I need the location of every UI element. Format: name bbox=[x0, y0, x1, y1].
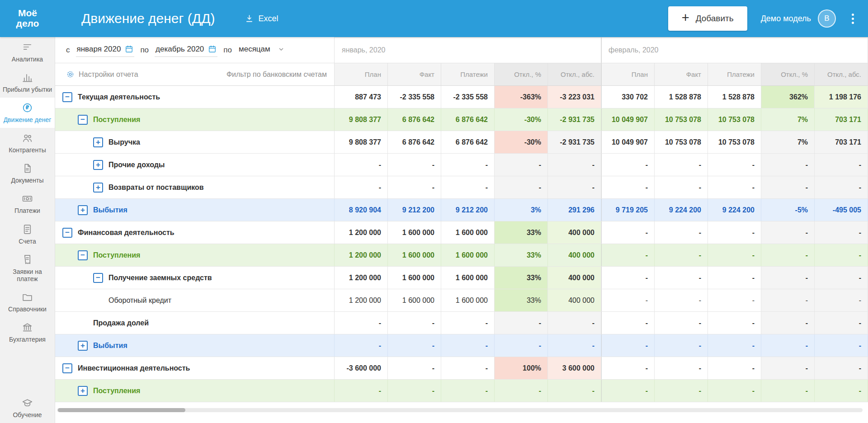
value-cell: 9 808 377 bbox=[335, 108, 388, 131]
value-cell: - bbox=[548, 176, 601, 198]
invoices-icon bbox=[22, 224, 33, 235]
group-label: по bbox=[223, 46, 232, 55]
value-cell: 400 000 bbox=[548, 267, 601, 289]
row-label: Получение заемных средств bbox=[108, 274, 212, 282]
value-cell: 1 198 176 bbox=[815, 86, 868, 108]
row-label-cell: Продажа долей bbox=[55, 312, 335, 334]
value-cell: - bbox=[655, 267, 708, 289]
date-to-input[interactable]: декабрь 2020 bbox=[155, 43, 217, 57]
sidebar-item-accounting[interactable]: Бухгалтерия bbox=[0, 317, 55, 348]
add-button[interactable]: + Добавить bbox=[668, 6, 747, 31]
row-label-cell: +Выбытия bbox=[55, 199, 335, 221]
collapse-icon[interactable]: − bbox=[62, 228, 72, 238]
row-label-cell: −Поступления bbox=[55, 108, 335, 131]
period-select[interactable]: месяцам bbox=[238, 43, 286, 56]
expand-icon[interactable]: + bbox=[93, 183, 103, 193]
expand-icon[interactable]: + bbox=[93, 160, 103, 170]
sidebar-item-invoices[interactable]: Счета bbox=[0, 219, 55, 249]
sidebar-item-directories[interactable]: Справочники bbox=[0, 287, 55, 317]
value-cell: 33% bbox=[495, 289, 548, 311]
row-label-cell: +Выбытия bbox=[55, 334, 335, 357]
value-cell: - bbox=[548, 334, 601, 357]
value-cell: - bbox=[655, 357, 708, 379]
collapse-icon[interactable]: − bbox=[78, 250, 88, 260]
app-logo[interactable]: Моё дело bbox=[0, 8, 55, 28]
sidebar: АналитикаПрибыли убытки₽Движение денегКо… bbox=[0, 37, 55, 423]
kebab-menu-icon[interactable] bbox=[849, 11, 856, 26]
sidebar-item-analytics[interactable]: Аналитика bbox=[0, 37, 55, 67]
table-row: +Выручка9 808 3776 876 6426 876 642-30%-… bbox=[55, 131, 868, 154]
value-cell: - bbox=[441, 357, 495, 379]
sidebar-item-label: Бухгалтерия bbox=[9, 336, 46, 343]
topbar: Моё дело Движение денег (ДД) Excel + Доб… bbox=[0, 0, 868, 37]
row-label-cell: +Прочие доходы bbox=[55, 154, 335, 176]
value-cell: 10 049 907 bbox=[601, 131, 655, 153]
date-from-input[interactable]: января 2020 bbox=[76, 43, 135, 57]
expand-icon[interactable]: + bbox=[78, 205, 88, 215]
value-cell: - bbox=[548, 154, 601, 176]
row-label-cell: −Финансовая деятельность bbox=[55, 221, 335, 244]
table-row: +Прочие доходы---------- bbox=[55, 154, 868, 176]
sidebar-item-documents[interactable]: Документы bbox=[0, 158, 55, 188]
expand-icon[interactable]: + bbox=[78, 386, 88, 396]
value-cell: - bbox=[601, 312, 655, 334]
row-label: Финансовая деятельность bbox=[78, 229, 175, 237]
value-cell: - bbox=[708, 244, 761, 266]
calendar-icon bbox=[208, 45, 217, 53]
sidebar-item-payment-requests[interactable]: Заявки на платеж bbox=[0, 249, 55, 287]
sidebar-item-payments[interactable]: Платежи bbox=[0, 188, 55, 219]
collapse-icon[interactable]: − bbox=[62, 363, 72, 373]
collapse-icon[interactable]: − bbox=[93, 273, 103, 283]
row-label-cell: −Инвестиционная деятельность bbox=[55, 357, 335, 379]
sidebar-spacer bbox=[0, 348, 55, 393]
user-menu[interactable]: Демо модель В bbox=[761, 9, 836, 28]
value-cell: - bbox=[441, 334, 495, 357]
value-cell: - bbox=[815, 221, 868, 244]
cash-flow-icon: ₽ bbox=[22, 102, 33, 113]
expand-icon[interactable]: + bbox=[93, 137, 103, 147]
value-cell: - bbox=[655, 312, 708, 334]
sidebar-item-counterparties[interactable]: Контрагенты bbox=[0, 128, 55, 158]
value-cell: 887 473 bbox=[335, 86, 388, 108]
row-label: Выручка bbox=[108, 138, 140, 146]
collapse-icon[interactable]: − bbox=[78, 115, 88, 125]
row-label: Прочие доходы bbox=[108, 161, 165, 169]
excel-export-button[interactable]: Excel bbox=[245, 14, 278, 24]
value-cell: 1 200 000 bbox=[335, 267, 388, 289]
value-cell: 33% bbox=[495, 221, 548, 244]
download-icon bbox=[245, 14, 254, 24]
bank-accounts-filter-link[interactable]: Фильтр по банковским счетам bbox=[226, 70, 327, 79]
value-cell: 1 600 000 bbox=[388, 267, 441, 289]
value-cell: - bbox=[601, 380, 655, 402]
row-label-cell: −Текущая деятельность bbox=[55, 86, 335, 108]
value-cell: -30% bbox=[495, 108, 548, 131]
sidebar-item-profit-loss[interactable]: Прибыли убытки bbox=[0, 67, 55, 98]
table-row: −Поступления9 808 3776 876 6426 876 642-… bbox=[55, 108, 868, 131]
value-cell: - bbox=[761, 221, 815, 244]
value-cell: - bbox=[815, 176, 868, 198]
sidebar-item-label: Контрагенты bbox=[9, 146, 46, 154]
collapse-icon[interactable]: − bbox=[62, 92, 72, 102]
value-cell: - bbox=[548, 312, 601, 334]
sidebar-item-training[interactable]: Обучение bbox=[0, 393, 55, 423]
value-cell: 1 600 000 bbox=[441, 244, 495, 266]
row-label-cell: −Поступления bbox=[55, 244, 335, 266]
value-cell: 703 171 bbox=[815, 108, 868, 131]
value-cell: - bbox=[815, 357, 868, 379]
value-cell: -2 931 735 bbox=[548, 131, 601, 153]
from-label: с bbox=[66, 46, 70, 55]
value-cell: - bbox=[815, 244, 868, 266]
report-settings-link[interactable]: Настройки отчета bbox=[66, 70, 138, 79]
column-header: Платежи bbox=[708, 63, 761, 86]
logo-line1: Моё bbox=[18, 8, 37, 19]
value-cell: - bbox=[601, 334, 655, 357]
value-cell: 33% bbox=[495, 267, 548, 289]
value-cell: 1 200 000 bbox=[335, 244, 388, 266]
scrollbar-thumb[interactable] bbox=[58, 408, 185, 412]
sidebar-item-cash-flow[interactable]: ₽Движение денег bbox=[0, 98, 55, 128]
payment-requests-icon bbox=[22, 254, 33, 265]
value-cell: - bbox=[655, 244, 708, 266]
training-icon bbox=[22, 397, 33, 409]
payments-icon bbox=[22, 193, 33, 204]
expand-icon[interactable]: + bbox=[78, 341, 88, 351]
